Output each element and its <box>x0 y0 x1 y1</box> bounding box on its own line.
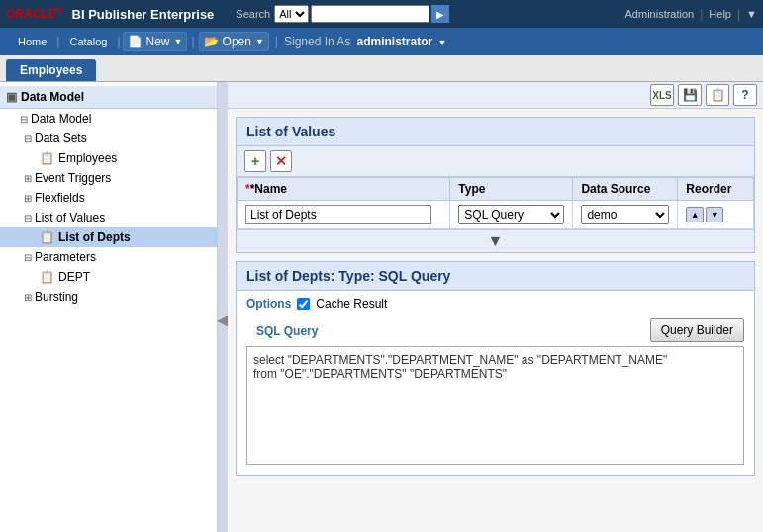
lov-expand: ⊟ <box>24 213 32 223</box>
dept-item[interactable]: 📋 DEPT <box>0 267 217 287</box>
top-bar: ORACLE® BI Publisher Enterprise Search A… <box>0 0 763 28</box>
admin-link[interactable]: Administration <box>625 8 695 20</box>
parameters-expand: ⊟ <box>24 252 32 263</box>
add-lov-button[interactable]: + <box>244 150 266 172</box>
sql-content-area: select "DEPARTMENTS"."DEPARTMENT_NAME" a… <box>246 346 744 465</box>
navbar: Home | Catalog | 📄 New ▼ | 📂 Open ▼ | Si… <box>0 28 763 55</box>
event-triggers-expand: ⊞ <box>24 173 32 184</box>
data-model-header[interactable]: ▣ Data Model <box>0 86 217 109</box>
col-datasource-header: Data Source <box>573 178 678 201</box>
employees-item[interactable]: 📋 Employees <box>0 148 217 168</box>
reorder-buttons: ▲ ▼ <box>686 207 745 222</box>
delete-lov-button[interactable]: ✕ <box>270 150 292 172</box>
event-triggers-label: Event Triggers <box>35 171 111 185</box>
home-nav[interactable]: Home <box>10 34 54 49</box>
help-button[interactable]: ? <box>733 84 757 106</box>
new-dropdown[interactable]: 📄 New ▼ <box>123 32 188 51</box>
lov-datasource-select[interactable]: demo <box>581 205 669 224</box>
list-of-depts-label: List of Depts <box>58 230 131 244</box>
tree-root[interactable]: ⊟ Data Model <box>0 109 217 129</box>
catalog-nav[interactable]: Catalog <box>61 34 115 49</box>
nav-sep2: | <box>117 35 120 48</box>
lov-name-cell <box>238 201 450 229</box>
save-as-button[interactable]: 📋 <box>706 84 729 106</box>
lov-type-cell: SQL Query Fixed Data <box>450 201 573 229</box>
list-of-depts-item[interactable]: 📋 List of Depts <box>0 227 217 247</box>
list-of-values-label: List of Values <box>35 211 105 224</box>
tree-root-expand: ⊟ <box>20 114 28 125</box>
employees-icon: 📋 <box>40 151 54 165</box>
nav-sep3: | <box>191 35 194 48</box>
lov-type-select[interactable]: SQL Query Fixed Data <box>458 205 564 224</box>
reorder-up-button[interactable]: ▲ <box>686 207 704 222</box>
excel-export-button[interactable]: XLS <box>650 84 674 106</box>
cache-result-label: Cache Result <box>316 297 387 310</box>
table-row: SQL Query Fixed Data demo ▲ <box>238 201 754 229</box>
main-layout: ▣ Data Model ⊟ Data Model ⊟ Data Sets 📋 … <box>0 82 763 532</box>
list-of-depts-icon: 📋 <box>40 230 54 244</box>
help-link[interactable]: Help <box>709 8 731 20</box>
sidebar-divider[interactable]: ◀ <box>218 82 228 532</box>
employees-label: Employees <box>58 151 117 165</box>
oracle-logo: ORACLE® <box>6 6 62 21</box>
lov-datasource-cell: demo <box>573 201 678 229</box>
lov-panel: List of Values + ✕ **Name Type Data Sour… <box>236 117 755 253</box>
query-builder-button[interactable]: Query Builder <box>650 318 744 342</box>
topbar-sep2: | <box>737 7 740 21</box>
parameters-label: Parameters <box>35 250 96 264</box>
data-sets-expand: ⊟ <box>24 133 32 144</box>
flexfields-expand: ⊞ <box>24 193 32 204</box>
dept-label: DEPT <box>58 270 90 284</box>
save-button[interactable]: 💾 <box>678 84 702 106</box>
flexfields-label: Flexfields <box>35 191 85 205</box>
tree-root-label: Data Model <box>31 112 91 126</box>
list-of-values-group[interactable]: ⊟ List of Values <box>0 208 217 227</box>
topbar-sep1: | <box>700 7 703 21</box>
event-triggers-group[interactable]: ⊞ Event Triggers <box>0 168 217 188</box>
lov-scroll: ▼ <box>237 229 754 252</box>
lov-table: **Name Type Data Source Reorder <box>237 177 754 229</box>
sql-query-row: SQL Query Query Builder <box>237 316 754 346</box>
nav-sep1: | <box>56 35 59 48</box>
lov-toolbar: + ✕ <box>237 146 754 177</box>
col-name-header: **Name <box>238 178 450 201</box>
sql-panel: List of Depts: Type: SQL Query Options C… <box>236 261 755 476</box>
employees-tab[interactable]: Employees <box>6 59 96 81</box>
sql-content[interactable]: select "DEPARTMENTS"."DEPARTMENT_NAME" a… <box>246 346 744 465</box>
open-dropdown[interactable]: 📂 Open ▼ <box>199 32 269 51</box>
bursting-expand: ⊞ <box>24 292 32 303</box>
content-toolbar: XLS 💾 📋 ? <box>228 82 763 109</box>
tab-bar: Employees <box>0 55 763 82</box>
data-sets-label: Data Sets <box>35 132 87 145</box>
lov-panel-header: List of Values <box>237 118 754 146</box>
options-label: Options <box>246 297 291 310</box>
dept-icon: 📋 <box>40 270 54 284</box>
search-input[interactable] <box>311 5 429 23</box>
search-button[interactable]: ▶ <box>431 5 449 23</box>
lov-name-input[interactable] <box>245 205 431 224</box>
sql-options-row: Options Cache Result <box>237 291 754 316</box>
scroll-down-icon[interactable]: ▼ <box>488 232 504 249</box>
parameters-group[interactable]: ⊟ Parameters <box>0 247 217 267</box>
reorder-down-button[interactable]: ▼ <box>706 207 723 222</box>
col-reorder-header: Reorder <box>678 178 754 201</box>
lov-reorder-cell: ▲ ▼ <box>678 201 754 229</box>
collapse-icon: ▣ <box>6 90 17 104</box>
user-dropdown[interactable]: administrator ▼ <box>357 35 447 48</box>
data-model-label: Data Model <box>21 90 84 104</box>
signed-in-label: Signed In As administrator ▼ <box>284 35 446 48</box>
search-scope-select[interactable]: All <box>274 5 309 23</box>
sidebar: ▣ Data Model ⊟ Data Model ⊟ Data Sets 📋 … <box>0 82 218 532</box>
bursting-label: Bursting <box>35 290 78 304</box>
settings-link[interactable]: ▼ <box>746 8 757 20</box>
col-type-header: Type <box>450 178 573 201</box>
cache-result-checkbox[interactable] <box>297 298 310 310</box>
search-label: Search <box>236 8 270 20</box>
sql-query-label: SQL Query <box>246 318 328 344</box>
flexfields-group[interactable]: ⊞ Flexfields <box>0 188 217 208</box>
data-sets-group[interactable]: ⊟ Data Sets <box>0 129 217 148</box>
content-area: XLS 💾 📋 ? List of Values + ✕ **Name Type <box>228 82 763 532</box>
bursting-group[interactable]: ⊞ Bursting <box>0 287 217 307</box>
bi-publisher-title: BI Publisher Enterprise <box>72 7 215 22</box>
nav-sep4: | <box>275 35 278 48</box>
